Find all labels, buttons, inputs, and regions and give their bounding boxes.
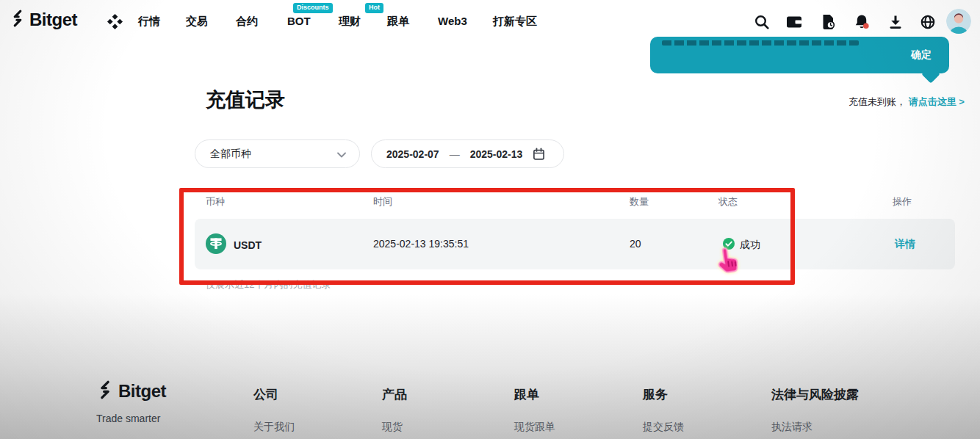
footer-heading-services: 服务 xyxy=(643,386,668,403)
footer-heading-legal: 法律与风险披露 xyxy=(771,386,859,403)
nav-item-launchpad[interactable]: 打新专区 xyxy=(493,15,537,29)
bot-discounts-badge: Discounts xyxy=(293,3,333,13)
bitget-logo-icon xyxy=(9,10,26,30)
not-arrived-text: 充值未到账， xyxy=(849,96,906,107)
notifications-bell-icon[interactable] xyxy=(854,14,870,30)
not-arrived-link[interactable]: 请点击这里 > xyxy=(909,96,965,107)
nav-item-web3[interactable]: Web3 xyxy=(438,15,467,27)
nav-item-earn[interactable]: 理财 xyxy=(339,15,361,29)
col-header-status: 状态 xyxy=(718,195,738,208)
footer-heading-company: 公司 xyxy=(253,386,278,403)
footer-link-law-request[interactable]: 执法请求 xyxy=(771,421,813,434)
date-range-separator: — xyxy=(450,148,460,160)
footer-bitget-logo: Bitget xyxy=(96,380,166,402)
apps-grid-icon[interactable] xyxy=(107,14,123,32)
bitget-deposit-records-page: Bitget 行情 交易 合约 BOT Discounts 理财 Hot 跟单 … xyxy=(0,0,980,439)
nav-item-trade[interactable]: 交易 xyxy=(186,15,208,29)
notification-dot xyxy=(863,23,869,29)
footer-heading-products: 产品 xyxy=(382,386,407,403)
date-range-picker[interactable]: 2025-02-07 — 2025-02-13 xyxy=(371,139,564,168)
bitget-logo[interactable]: Bitget xyxy=(9,10,77,30)
bitget-logo-text: Bitget xyxy=(29,10,77,30)
status-text: 成功 xyxy=(740,239,760,252)
language-globe-icon[interactable] xyxy=(920,14,936,30)
details-link[interactable]: 详情 xyxy=(895,238,915,251)
success-toast: 确定 xyxy=(650,37,949,73)
order-history-icon[interactable] xyxy=(820,14,836,30)
earn-hot-badge: Hot xyxy=(365,3,383,13)
toast-confirm-button[interactable]: 确定 xyxy=(911,48,932,62)
col-header-amount: 数量 xyxy=(630,195,649,208)
user-avatar[interactable] xyxy=(946,9,971,34)
calendar-icon xyxy=(533,148,545,161)
deposit-record-row xyxy=(195,219,955,269)
footer-link-spot-copy[interactable]: 现货跟单 xyxy=(514,421,555,434)
footer-link-feedback[interactable]: 提交反馈 xyxy=(643,421,684,434)
col-header-coin: 币种 xyxy=(206,195,225,208)
footer-bitget-logo-icon xyxy=(96,380,115,402)
nav-item-bot[interactable]: BOT xyxy=(287,15,311,27)
date-to-value: 2025-02-13 xyxy=(470,148,523,160)
amount-cell: 20 xyxy=(630,238,641,250)
success-check-icon xyxy=(723,238,735,252)
deposit-not-arrived-help: 充值未到账， 请点击这里 > xyxy=(849,95,965,109)
coin-cell: USDT xyxy=(206,233,262,256)
col-header-time: 时间 xyxy=(373,195,392,208)
col-header-action: 操作 xyxy=(893,195,912,208)
usdt-tether-icon xyxy=(206,233,226,256)
coin-name: USDT xyxy=(234,239,262,251)
coin-filter-value: 全部币种 xyxy=(210,148,251,161)
nav-item-futures[interactable]: 合约 xyxy=(236,15,258,29)
status-cell: 成功 xyxy=(723,238,760,252)
nav-item-copy-trading[interactable]: 跟单 xyxy=(387,15,409,29)
wallet-icon[interactable] xyxy=(786,14,802,30)
footer-tagline: Trade smarter xyxy=(96,413,160,424)
footer-link-about-us[interactable]: 关于我们 xyxy=(253,421,295,434)
footer-heading-copy: 跟单 xyxy=(514,386,539,403)
download-app-icon[interactable] xyxy=(887,14,904,30)
nav-item-markets[interactable]: 行情 xyxy=(138,15,160,29)
records-note: 仅展示近12个月内的充值记录 xyxy=(206,278,331,291)
chevron-down-icon xyxy=(337,148,346,160)
footer-bitget-logo-text: Bitget xyxy=(118,381,166,402)
date-from-value: 2025-02-07 xyxy=(386,148,439,160)
page-title: 充值记录 xyxy=(206,87,285,113)
search-icon[interactable] xyxy=(754,14,770,30)
footer-link-spot[interactable]: 现货 xyxy=(382,421,403,434)
toast-clipped-text xyxy=(662,40,859,46)
coin-filter-dropdown[interactable]: 全部币种 xyxy=(195,139,360,168)
time-cell: 2025-02-13 19:35:51 xyxy=(373,238,469,250)
